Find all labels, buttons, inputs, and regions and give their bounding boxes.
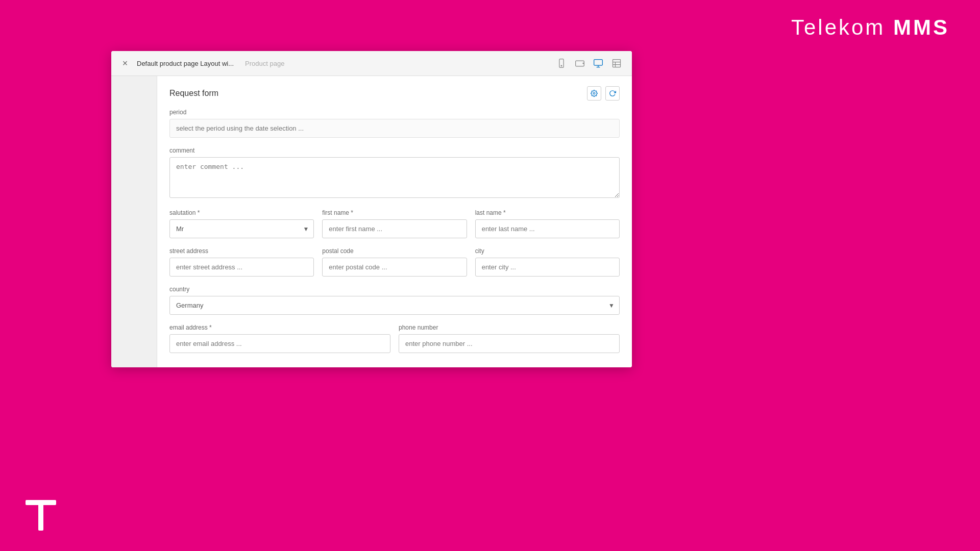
phone-input[interactable] (399, 334, 620, 353)
tab-subtitle: Product page (245, 60, 284, 67)
contact-row: email address * phone number (169, 324, 620, 353)
browser-content: Request form (111, 76, 632, 367)
salutation-group: salutation * Mr Ms Diverse ▼ (169, 209, 314, 238)
comment-input[interactable] (169, 157, 620, 198)
telekom-icon (26, 500, 56, 531)
city-input[interactable] (475, 258, 620, 277)
settings-button[interactable] (587, 86, 601, 101)
form-area: Request form (157, 76, 632, 367)
name-row: salutation * Mr Ms Diverse ▼ first name … (169, 209, 620, 238)
svg-point-5 (583, 63, 583, 63)
last-name-group: last name * (475, 209, 620, 238)
period-input[interactable] (169, 119, 620, 138)
phone-group: phone number (399, 324, 620, 353)
tab-title: Default product page Layout wi... (137, 60, 234, 67)
postal-code-group: postal code (322, 247, 467, 277)
device-icons (554, 56, 624, 70)
tablet-device-icon[interactable] (573, 56, 587, 70)
postal-code-input[interactable] (322, 258, 467, 277)
svg-rect-6 (594, 60, 603, 66)
refresh-button[interactable] (605, 86, 620, 101)
comment-group: comment (169, 147, 620, 200)
address-row: street address postal code city (169, 247, 620, 277)
first-name-input[interactable] (322, 219, 467, 238)
form-section-title: Request form (169, 89, 218, 98)
brand-name-bold: MMS (893, 15, 949, 39)
sidebar-strip (111, 76, 157, 367)
svg-rect-9 (613, 60, 621, 67)
street-address-group: street address (169, 247, 314, 277)
svg-point-13 (593, 92, 595, 94)
email-group: email address * (169, 324, 390, 353)
form-section-header: Request form (169, 86, 620, 101)
email-label: email address * (169, 324, 390, 331)
salutation-select-wrapper: Mr Ms Diverse ▼ (169, 219, 314, 238)
comment-label: comment (169, 147, 620, 154)
period-group: period (169, 109, 620, 138)
first-name-label: first name * (322, 209, 467, 216)
last-name-input[interactable] (475, 219, 620, 238)
salutation-label: salutation * (169, 209, 314, 216)
country-label: country (169, 286, 620, 293)
brand-name-light: Telekom (791, 15, 893, 39)
city-group: city (475, 247, 620, 277)
form-actions (587, 86, 620, 101)
close-button[interactable]: × (119, 58, 131, 69)
svg-rect-1 (38, 500, 43, 531)
street-address-label: street address (169, 247, 314, 255)
city-label: city (475, 247, 620, 255)
country-select-wrapper: Germany Austria Switzerland ▼ (169, 296, 620, 315)
browser-toolbar: × Default product page Layout wi... Prod… (111, 51, 632, 76)
street-address-input[interactable] (169, 258, 314, 277)
browser-window: × Default product page Layout wi... Prod… (111, 51, 632, 367)
country-select[interactable]: Germany Austria Switzerland (169, 296, 620, 315)
outline-view-icon[interactable] (609, 56, 624, 70)
period-label: period (169, 109, 620, 116)
desktop-device-icon[interactable] (591, 56, 605, 70)
svg-point-3 (561, 65, 562, 66)
brand-header: Telekom MMS (791, 15, 949, 40)
postal-code-label: postal code (322, 247, 467, 255)
last-name-label: last name * (475, 209, 620, 216)
email-input[interactable] (169, 334, 390, 353)
first-name-group: first name * (322, 209, 467, 238)
phone-label: phone number (399, 324, 620, 331)
salutation-select[interactable]: Mr Ms Diverse (169, 219, 314, 238)
mobile-device-icon[interactable] (554, 56, 569, 70)
country-group: country Germany Austria Switzerland ▼ (169, 286, 620, 315)
